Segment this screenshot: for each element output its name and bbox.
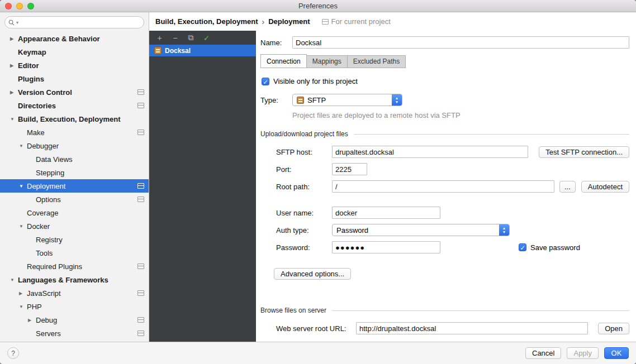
tab-excluded-paths[interactable]: Excluded Paths (347, 55, 406, 68)
sidebar-item-required-plugins[interactable]: Required Plugins (0, 260, 149, 273)
add-server-icon[interactable]: + (155, 33, 164, 42)
sidebar-item-appearance-behavior[interactable]: ▶Appearance & Behavior (0, 32, 149, 45)
chevron-down-icon[interactable]: ▼ (19, 143, 27, 149)
user-name-label: User name: (276, 209, 332, 217)
user-name-input[interactable] (332, 207, 440, 219)
sidebar-item-javascript[interactable]: ▶JavaScript (0, 286, 149, 300)
sidebar-item-deployment[interactable]: ▼Deployment (0, 179, 149, 193)
search-input[interactable] (20, 18, 140, 27)
sidebar-item-docker[interactable]: ▼Docker (0, 219, 149, 233)
tab-connection[interactable]: Connection (260, 54, 307, 68)
chevron-down-icon[interactable]: ▼ (10, 277, 18, 282)
current-project-icon (137, 130, 144, 135)
visible-only-checkbox[interactable] (262, 78, 269, 85)
search-icon (8, 20, 15, 26)
sidebar-item-options[interactable]: Options (0, 193, 149, 206)
sidebar-item-keymap[interactable]: Keymap (0, 45, 149, 59)
sidebar-item-label: Debugger (27, 142, 59, 150)
titlebar: Preferences (0, 0, 636, 12)
cancel-button[interactable]: Cancel (525, 347, 561, 359)
sidebar-item-data-views[interactable]: Data Views (0, 152, 149, 166)
chevron-right-icon[interactable]: ▶ (19, 291, 27, 296)
search-box[interactable]: ▾ (4, 16, 144, 28)
chevron-right-icon[interactable]: ▶ (10, 90, 18, 95)
sidebar-item-languages-frameworks[interactable]: ▼Languages & Frameworks (0, 273, 149, 286)
deployment-form: Name: ConnectionMappingsExcluded Paths V… (256, 31, 636, 342)
sidebar-item-tools[interactable]: Tools (0, 246, 149, 260)
root-path-input[interactable] (332, 180, 554, 193)
sidebar-item-stepping[interactable]: Stepping (0, 166, 149, 179)
server-list-panel: +−⧉✓ Docksal (149, 31, 256, 342)
root-path-label: Root path: (276, 183, 332, 191)
save-password-checkbox[interactable] (519, 243, 526, 251)
sidebar-item-directories[interactable]: Directories (0, 99, 149, 112)
sidebar-item-label: Deployment (27, 182, 65, 190)
apply-button[interactable]: Apply (567, 347, 599, 359)
current-project-icon (137, 197, 144, 202)
use-as-default-icon[interactable]: ✓ (202, 33, 211, 42)
upload-section-label: Upload/download project files (260, 130, 348, 138)
sidebar-item-make[interactable]: Make (0, 126, 149, 139)
server-item-docksal[interactable]: Docksal (149, 45, 256, 56)
sftp-host-label: SFTP host: (276, 148, 332, 156)
test-sftp-connection-button[interactable]: Test SFTP connection... (539, 146, 629, 158)
chevron-right-icon[interactable]: ▶ (10, 63, 18, 68)
sidebar-item-servers[interactable]: Servers (0, 327, 149, 340)
breadcrumb-section[interactable]: Build, Execution, Deployment (155, 17, 258, 26)
open-button[interactable]: Open (598, 323, 629, 334)
settings-sidebar: ▾ ▶Appearance & BehaviorKeymap▶EditorPlu… (0, 12, 149, 342)
type-help-text: Project files are deployed to a remote h… (292, 111, 629, 119)
current-project-icon (137, 331, 144, 336)
chevron-down-icon[interactable]: ▼ (19, 304, 27, 309)
chevron-right-icon[interactable]: ▶ (10, 36, 18, 41)
sidebar-item-registry[interactable]: Registry (0, 233, 149, 246)
web-root-input[interactable] (356, 322, 588, 334)
sftp-host-input[interactable] (332, 146, 528, 158)
sidebar-item-version-control[interactable]: ▶Version Control (0, 85, 149, 99)
sidebar-item-label: Docker (27, 222, 50, 231)
search-area: ▾ (0, 12, 149, 31)
sidebar-item-debug[interactable]: ▶Debug (0, 313, 149, 327)
advanced-options-button[interactable]: Advanced options... (274, 268, 351, 280)
chevron-down-icon[interactable]: ▼ (19, 184, 27, 189)
chevron-right-icon[interactable]: ▶ (28, 318, 36, 323)
current-project-icon (137, 89, 144, 95)
copy-server-icon[interactable]: ⧉ (187, 33, 195, 42)
port-label: Port: (276, 165, 332, 174)
sidebar-item-label: Required Plugins (27, 262, 82, 271)
advanced-options-row: Advanced options... (274, 268, 629, 280)
remove-server-icon[interactable]: − (171, 33, 179, 42)
help-button[interactable]: ? (7, 347, 19, 359)
main-area: Build, Execution, Deployment › Deploymen… (149, 12, 636, 342)
user-name-row: User name: (276, 207, 629, 219)
preferences-window: Preferences ▾ ▶Appearance & BehaviorKeym… (0, 0, 636, 364)
ok-button[interactable]: OK (604, 347, 629, 359)
current-project-icon (137, 317, 144, 323)
root-path-row: Root path: ... Autodetect (276, 180, 629, 193)
tab-mappings[interactable]: Mappings (306, 55, 348, 68)
autodetect-button[interactable]: Autodetect (581, 181, 629, 193)
chevron-down-icon[interactable]: ▼ (19, 224, 27, 229)
browse-section-label: Browse files on server (260, 306, 326, 314)
chevron-down-icon[interactable]: ▼ (10, 117, 18, 122)
scope-indicator: For current project (322, 17, 391, 26)
auth-type-label: Auth type: (276, 226, 332, 234)
sidebar-item-build-execution-deployment[interactable]: ▼Build, Execution, Deployment (0, 112, 149, 126)
scope-label: For current project (331, 17, 391, 26)
sidebar-item-editor[interactable]: ▶Editor (0, 59, 149, 72)
settings-tree: ▶Appearance & BehaviorKeymap▶EditorPlugi… (0, 31, 149, 342)
sidebar-item-plugins[interactable]: Plugins (0, 72, 149, 85)
type-select[interactable]: SFTP ▲▼ (292, 94, 402, 106)
sidebar-item-php[interactable]: ▼PHP (0, 300, 149, 313)
sidebar-item-coverage[interactable]: Coverage (0, 206, 149, 219)
password-input[interactable] (332, 241, 440, 253)
port-input[interactable] (332, 163, 367, 175)
name-input[interactable] (292, 36, 629, 49)
sidebar-item-debugger[interactable]: ▼Debugger (0, 139, 149, 152)
browse-root-path-button[interactable]: ... (559, 181, 576, 193)
search-options-arrow-icon[interactable]: ▾ (16, 20, 18, 25)
breadcrumb: Build, Execution, Deployment › Deploymen… (149, 12, 636, 31)
dialog-footer: ? Cancel Apply OK (0, 342, 636, 364)
web-root-row: Web server root URL: Open (276, 322, 629, 334)
auth-type-select[interactable]: Password ▲▼ (332, 224, 510, 236)
